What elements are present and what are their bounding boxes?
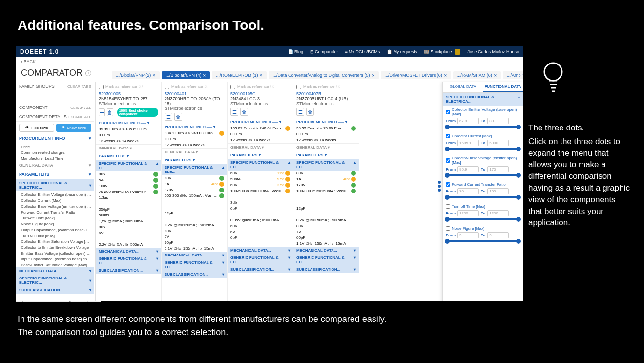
to-input[interactable] xyxy=(487,166,509,172)
filter-checkbox[interactable]: Noise Figure [Max] xyxy=(446,226,520,231)
col-procurement[interactable]: PROCUREMENT INFO ━━━ ▾ xyxy=(162,123,227,130)
from-input[interactable] xyxy=(457,140,479,146)
hdr-requests[interactable]: 📋 My requests xyxy=(387,49,417,54)
col-procurement[interactable]: PROCUREMENT INFO ━━━ ▾ xyxy=(293,118,359,126)
show-rows-btn[interactable]: 👁 Show rows xyxy=(56,124,91,132)
info-icon[interactable]: i xyxy=(85,70,91,76)
from-input[interactable] xyxy=(457,166,479,172)
col-sub[interactable]: SUBCLASSIFICATION...▾ xyxy=(228,266,293,273)
mech-head[interactable]: MECHANICAL DATA...▾ xyxy=(16,267,94,275)
col-sub[interactable]: SUBCLASSIFICATION...▾ xyxy=(96,267,161,274)
col-gen[interactable]: GENERIC FUNCTIONAL & ELE...▾ xyxy=(293,254,359,266)
expand-all[interactable]: EXPAND ALL xyxy=(68,115,91,119)
functional-data-tab[interactable]: FUNCTIONAL DATA xyxy=(483,82,523,92)
three-dots-icon[interactable] xyxy=(438,180,441,192)
hdr-stockplace[interactable]: 🏬 Stockplace xyxy=(424,49,452,54)
doc-icon[interactable]: ☰ xyxy=(230,108,238,116)
col-spec[interactable]: SPECIFIC FUNCTIONAL & ELE...▴ xyxy=(96,160,161,171)
spec-func-head[interactable]: SPECIFIC FUNCTIONAL & ELECTRIC...▾ xyxy=(16,179,94,191)
col-general[interactable]: GENERAL DATA ▾ xyxy=(228,143,293,151)
delete-icon[interactable]: 🗑 xyxy=(240,108,248,116)
col-general[interactable]: GENERAL DATA ▾ xyxy=(293,143,359,151)
to-input[interactable] xyxy=(487,210,509,216)
part-number[interactable]: 520301005 xyxy=(99,91,158,96)
from-input[interactable] xyxy=(457,232,479,238)
mark-reference[interactable]: Mark as reference ⓘ xyxy=(230,84,290,89)
range-slider[interactable] xyxy=(446,174,520,176)
filter-checkbox[interactable]: Turn-off Time [Max] xyxy=(446,204,520,209)
filter-checkbox[interactable]: Forward Current Transfer Ratio xyxy=(446,182,520,187)
from-input[interactable] xyxy=(457,188,479,194)
filter-checkbox[interactable]: Collector-Emitter Voltage (base open) [M… xyxy=(446,107,520,116)
clear-all[interactable]: CLEAR ALL xyxy=(70,106,91,110)
part-number[interactable]: 520100401 xyxy=(165,91,224,96)
tab-close-icon[interactable]: ✕ xyxy=(372,73,375,78)
parameters-head[interactable]: PARAMETERS▾ xyxy=(16,170,94,179)
col-mech[interactable]: MECHANICAL DATA...▾ xyxy=(96,248,161,255)
range-slider[interactable] xyxy=(446,240,520,242)
tab-close-icon[interactable]: ✕ xyxy=(203,73,206,78)
clear-tabs[interactable]: CLEAR TABS xyxy=(67,85,91,89)
part-number[interactable]: 520100407R xyxy=(296,91,356,96)
col-general[interactable]: GENERAL DATA ▾ xyxy=(162,148,227,156)
to-input[interactable] xyxy=(487,118,509,124)
col-parameters[interactable]: PARAMETERS ▾ xyxy=(228,151,293,159)
tab-close-icon[interactable]: ✕ xyxy=(494,73,497,78)
col-parameters[interactable]: PARAMETERS ▾ xyxy=(293,151,359,159)
to-input[interactable] xyxy=(487,188,509,194)
col-gen[interactable]: GENERIC FUNCTIONAL & ELE...▾ xyxy=(228,254,293,266)
col-spec[interactable]: SPECIFIC FUNCTIONAL & ELE...▴ xyxy=(228,159,293,171)
general-head[interactable]: GENERAL DATA▾ xyxy=(16,161,94,170)
mark-reference[interactable]: Mark as reference ⓘ xyxy=(99,84,158,89)
col-spec[interactable]: SPECIFIC FUNCTIONAL & ELE...▴ xyxy=(162,164,227,175)
col-procurement[interactable]: PROCUREMENT INFO ━━━ ▾ xyxy=(96,119,161,127)
to-input[interactable] xyxy=(487,232,509,238)
global-data-tab[interactable]: GLOBAL DATA xyxy=(443,82,483,92)
range-slider[interactable] xyxy=(446,148,520,150)
doc-icon[interactable]: ☰ xyxy=(99,108,105,116)
tab-close-icon[interactable]: ✕ xyxy=(444,73,447,78)
col-general[interactable]: GENERAL DATA ▾ xyxy=(96,144,161,152)
tab-1[interactable]: .../Bipolar/NPN (4)✕ xyxy=(162,71,210,79)
from-input[interactable] xyxy=(457,210,479,216)
tab-4[interactable]: .../Driver/MOSFET Drivers (6)✕ xyxy=(381,71,451,79)
tab-close-icon[interactable]: ✕ xyxy=(259,73,263,78)
tab-close-icon[interactable]: ✕ xyxy=(152,73,156,78)
col-sub[interactable]: SUBCLASSIFICATION...▾ xyxy=(162,271,227,278)
range-slider[interactable] xyxy=(446,126,520,128)
delete-icon[interactable]: 🗑 xyxy=(306,108,314,116)
range-slider[interactable] xyxy=(446,196,520,198)
mark-reference[interactable]: Mark as reference ⓘ xyxy=(296,84,356,89)
delete-icon[interactable]: 🗑 xyxy=(107,108,113,116)
col-parameters[interactable]: PARAMETERS ▾ xyxy=(162,156,227,164)
doc-icon[interactable]: ☰ xyxy=(296,108,304,116)
avatar[interactable] xyxy=(455,49,460,55)
filter-checkbox[interactable]: Collector Current [Max] xyxy=(446,134,520,138)
hide-rows-btn[interactable]: 👁 Hide rows xyxy=(19,124,54,132)
col-mech[interactable]: MECHANICAL DATA...▾ xyxy=(162,252,227,259)
delete-icon[interactable]: 🗑 xyxy=(174,113,182,121)
tab-2[interactable]: .../ROM/EEPROM (1)✕ xyxy=(212,71,267,79)
gen-func-head[interactable]: GENERIC FUNCTIONAL & ELECTRIC...▾ xyxy=(16,275,94,286)
col-procurement[interactable]: PROCUREMENT INFO ━━━ ▾ xyxy=(228,118,293,126)
col-gen[interactable]: GENERIC FUNCTIONAL & ELE...▾ xyxy=(96,255,161,267)
col-mech[interactable]: MECHANICAL DATA...▾ xyxy=(293,247,359,254)
mark-reference[interactable]: Mark as reference ⓘ xyxy=(165,84,224,89)
tab-5[interactable]: .../RAM/SRAM (6)✕ xyxy=(453,71,501,79)
col-sub[interactable]: SUBCLASSIFICATION...▾ xyxy=(293,266,359,273)
col-parameters[interactable]: PARAMETERS ▾ xyxy=(96,152,161,160)
part-number[interactable]: 520100105C xyxy=(230,91,290,96)
doc-icon[interactable]: ☰ xyxy=(165,113,172,121)
tab-6[interactable]: .../Amplifier/Operational Amplifi✕ xyxy=(503,71,523,79)
rp-spec-head[interactable]: SPECIFIC FUNCTIONAL & ELECTRICA...▴ xyxy=(443,93,523,106)
tab-0[interactable]: .../Bipolar/PNP (2)✕ xyxy=(112,71,160,79)
tab-3[interactable]: .../Data Converter/Analog to Digital Con… xyxy=(269,71,378,79)
hdr-user[interactable]: Jose Carlos Muñoz Hueso xyxy=(467,49,519,54)
col-mech[interactable]: MECHANICAL DATA...▾ xyxy=(228,247,293,254)
back-link[interactable]: ‹ BACK xyxy=(16,57,523,66)
from-input[interactable] xyxy=(457,118,479,124)
procurement-head[interactable]: PROCUREMENT INFO▾ xyxy=(16,134,94,143)
col-spec[interactable]: SPECIFIC FUNCTIONAL & ELE...▴ xyxy=(293,159,359,171)
range-slider[interactable] xyxy=(446,218,520,220)
filter-checkbox[interactable]: Collector-Base Voltage (emitter open) [M… xyxy=(446,156,520,165)
